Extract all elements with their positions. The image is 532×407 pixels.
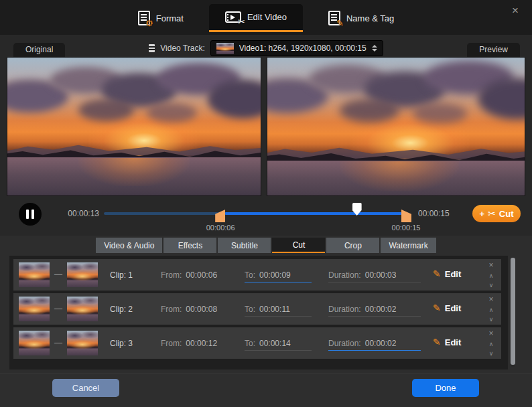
close-icon[interactable]: × <box>508 4 523 17</box>
tab-name-tag[interactable]: ✎ Name & Tag <box>312 4 410 32</box>
main-tab-bar: ⚙ Format ✂ Edit Video ✎ Name & Tag <box>0 4 532 32</box>
clip-name: Clip: 2 <box>110 305 133 314</box>
edit-clip-button[interactable]: ✎Edit <box>433 303 461 313</box>
pause-icon <box>26 210 29 219</box>
edit-video-dialog: ⚙ Format ✂ Edit Video ✎ Name & Tag × Vid… <box>0 0 532 407</box>
clip-end-thumbnail <box>67 331 98 355</box>
sunset-scene <box>7 58 261 195</box>
transport-bar: 00:00:13 00:00:06 00:00:15 00:00:15 +✂Cu… <box>0 196 532 236</box>
clip-from-field[interactable]: From:00:00:06 <box>161 270 217 280</box>
clip-end-thumbnail <box>67 297 98 321</box>
timeline-segment-selected <box>224 212 402 215</box>
pause-button[interactable] <box>19 203 42 226</box>
clip-to-field[interactable]: To:00:00:14 <box>245 339 312 351</box>
remove-clip-icon[interactable]: × <box>488 261 493 269</box>
row-controls: × ∧ ∨ <box>485 327 497 359</box>
pencil-icon: ✎ <box>433 303 441 313</box>
tab-format-label: Format <box>156 13 184 23</box>
sunset-scene <box>267 57 525 196</box>
tab-watermark[interactable]: Watermark <box>381 238 436 253</box>
clip-list: — Clip: 1 From:00:00:06 To:00:00:09 Dura… <box>9 256 508 370</box>
clip-list-scrollbar <box>511 258 515 367</box>
document-gear-icon: ⚙ <box>138 11 150 25</box>
pencil-icon: ✎ <box>433 337 441 347</box>
trim-end-time: 00:00:15 <box>387 224 425 232</box>
cancel-button[interactable]: Cancel <box>52 379 119 397</box>
remove-clip-icon[interactable]: × <box>488 295 493 303</box>
document-pencil-icon: ✎ <box>328 11 340 25</box>
clip-to-field[interactable]: To:00:00:09 <box>245 270 312 282</box>
film-scissors-icon: ✂ <box>225 11 241 23</box>
tab-edit-video[interactable]: ✂ Edit Video <box>209 4 303 32</box>
tab-cut[interactable]: Cut <box>272 238 325 253</box>
clip-row-3[interactable]: — Clip: 3 From:00:00:12 To:00:00:14 Dura… <box>13 327 501 359</box>
pencil-icon: ✎ <box>433 268 441 279</box>
original-label: Original <box>13 43 65 57</box>
tab-edit-video-label: Edit Video <box>247 12 287 22</box>
timeline-segment-before <box>104 212 224 215</box>
scissors-icon: ✂ <box>488 208 496 219</box>
video-track-select[interactable]: Video1: h264, 1920x1080, 00:00:15 <box>210 40 383 56</box>
cut-button[interactable]: +✂Cut <box>472 205 521 222</box>
cut-button-label: Cut <box>499 209 514 219</box>
tab-subtitle[interactable]: Subtitle <box>218 238 271 253</box>
move-up-icon[interactable]: ∧ <box>489 273 494 279</box>
clip-name: Clip: 3 <box>110 339 133 348</box>
thumb-connector: — <box>51 304 66 313</box>
clip-start-thumbnail <box>19 297 50 321</box>
thumb-connector: — <box>51 270 66 279</box>
trim-start-marker[interactable] <box>215 210 225 222</box>
video-canvas-original <box>7 57 261 196</box>
trim-end-marker[interactable] <box>401 210 411 222</box>
clip-row-2[interactable]: — Clip: 2 From:00:00:08 To:00:00:11 Dura… <box>13 293 501 325</box>
preview-label: Preview <box>467 43 520 57</box>
clip-from-field[interactable]: From:00:00:12 <box>161 339 217 348</box>
titlebar: ⚙ Format ✂ Edit Video ✎ Name & Tag × <box>0 0 532 35</box>
clip-duration-field[interactable]: Duration:00:00:02 <box>328 305 421 317</box>
video-track-value: Video1: h264, 1920x1080, 00:00:15 <box>239 44 367 53</box>
row-controls: × ∧ ∨ <box>485 259 497 291</box>
video-canvas-preview <box>267 57 525 196</box>
clip-duration-field[interactable]: Duration:00:00:02 <box>328 339 421 351</box>
clip-to-field[interactable]: To:00:00:11 <box>245 305 312 317</box>
done-button[interactable]: Done <box>412 379 479 397</box>
clip-duration-field[interactable]: Duration:00:00:03 <box>328 270 421 282</box>
thumb-connector: — <box>51 338 66 347</box>
tab-effects[interactable]: Effects <box>163 238 216 253</box>
filmstrip-icon <box>149 44 155 52</box>
move-down-icon[interactable]: ∨ <box>489 282 494 289</box>
remove-clip-icon[interactable]: × <box>488 329 493 337</box>
tab-video-audio[interactable]: Video & Audio <box>96 238 162 253</box>
clip-row-1[interactable]: — Clip: 1 From:00:00:06 To:00:00:09 Dura… <box>13 259 501 291</box>
scrollbar-thumb[interactable] <box>511 258 515 365</box>
move-up-icon[interactable]: ∧ <box>489 341 494 347</box>
clip-start-thumbnail <box>19 331 50 355</box>
clip-from-field[interactable]: From:00:00:08 <box>161 305 217 314</box>
clip-start-thumbnail <box>19 262 50 287</box>
video-track-row: Video Track: Video1: h264, 1920x1080, 00… <box>0 40 532 56</box>
select-spinner-icon <box>372 45 377 52</box>
edit-clip-button[interactable]: ✎Edit <box>433 337 461 347</box>
edit-panel: Video & Audio Effects Subtitle Cut Crop … <box>0 236 532 374</box>
tab-crop[interactable]: Crop <box>326 238 379 253</box>
clip-end-thumbnail <box>67 262 98 287</box>
seek-timeline[interactable]: 00:00:06 00:00:15 <box>104 212 409 215</box>
edit-clip-button[interactable]: ✎Edit <box>433 268 461 279</box>
move-down-icon[interactable]: ∨ <box>489 317 494 323</box>
edit-tab-bar: Video & Audio Effects Subtitle Cut Crop … <box>0 238 532 253</box>
move-down-icon[interactable]: ∨ <box>489 351 494 357</box>
pause-icon <box>31 210 34 219</box>
trim-start-time: 00:00:06 <box>202 224 239 232</box>
current-time: 00:00:13 <box>64 209 99 218</box>
clip-name: Clip: 1 <box>110 270 133 280</box>
row-controls: × ∧ ∨ <box>485 293 497 325</box>
tab-format[interactable]: ⚙ Format <box>122 4 200 32</box>
tab-name-tag-label: Name & Tag <box>346 13 394 23</box>
stage: Video Track: Video1: h264, 1920x1080, 00… <box>0 35 532 196</box>
move-up-icon[interactable]: ∧ <box>489 307 494 313</box>
track-thumbnail <box>216 43 234 54</box>
plus-icon: + <box>480 209 485 219</box>
video-track-label: Video Track: <box>160 44 204 53</box>
total-time: 00:00:15 <box>418 209 450 218</box>
footer-bar: Cancel Done <box>0 374 532 407</box>
